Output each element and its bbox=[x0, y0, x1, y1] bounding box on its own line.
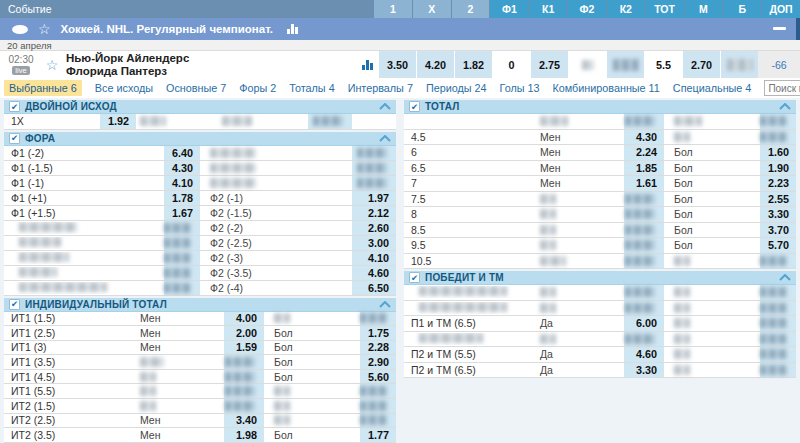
blurred-odds bbox=[624, 332, 664, 347]
odds-button[interactable]: 6.40 bbox=[164, 146, 200, 160]
col-header-2: 2 bbox=[452, 0, 490, 18]
odds-button[interactable]: 3.30 bbox=[760, 207, 796, 222]
odds-button[interactable]: 2.28 bbox=[360, 341, 396, 355]
outcome-name: Ф1 (+1.5) bbox=[4, 207, 164, 219]
odds-button[interactable]: 1.59 bbox=[224, 341, 264, 355]
team1-name: Нью-Йорк Айлендерс bbox=[66, 52, 362, 65]
odds-button[interactable]: 2.23 bbox=[760, 176, 796, 191]
tab-all-outcomes[interactable]: Все исходы bbox=[95, 82, 153, 94]
blurred-cell-k2 bbox=[607, 51, 644, 78]
market-row: 1X 1.92 bbox=[4, 114, 396, 130]
outcome-name: ИТ2 (1.5) bbox=[4, 400, 132, 412]
markets-area: ✔ ДВОЙНОЙ ИСХОД 1X 1.92 ✔ ФОРА Ф1 (-2) 6… bbox=[0, 98, 800, 443]
tab-goals[interactable]: Голы 13 bbox=[500, 82, 540, 94]
outcome-name: П2 и ТМ (6.5) bbox=[404, 364, 532, 376]
odds-button[interactable]: 4.30 bbox=[164, 161, 200, 175]
odds-button[interactable]: 1.75 bbox=[360, 326, 396, 340]
odds-button[interactable]: 3.00 bbox=[352, 236, 396, 250]
odds-button[interactable]: 5.60 bbox=[360, 370, 396, 384]
odds-button[interactable]: 1.97 bbox=[352, 191, 396, 205]
odds-button[interactable]: 1.92 bbox=[100, 114, 136, 129]
outcome-name: Ф1 (-1) bbox=[4, 177, 164, 189]
odds-button[interactable]: 6.00 bbox=[624, 316, 664, 331]
odds-button[interactable]: 2.60 bbox=[352, 221, 396, 235]
panel-checkbox[interactable]: ✔ bbox=[9, 101, 20, 112]
extra-markets-count[interactable]: -66 bbox=[758, 51, 800, 78]
odds-button[interactable]: 2.24 bbox=[624, 145, 664, 160]
outcome-name: Ф2 (-2) bbox=[200, 222, 352, 234]
blurred-odds bbox=[360, 414, 396, 428]
tab-main[interactable]: Основные 7 bbox=[166, 82, 226, 94]
tab-combined[interactable]: Комбинированные 11 bbox=[553, 82, 660, 94]
odds-button[interactable]: 2.12 bbox=[352, 206, 396, 220]
col-header-f1: Ф1 bbox=[490, 0, 528, 18]
match-row[interactable]: 02:30 live ☆ Нью-Йорк Айлендерс Флорида … bbox=[0, 51, 800, 78]
favorite-star-icon[interactable]: ☆ bbox=[38, 22, 51, 36]
panel-checkbox[interactable]: ✔ bbox=[9, 133, 20, 144]
odds-button[interactable]: 3.70 bbox=[760, 223, 796, 238]
side-label: Бол bbox=[664, 239, 760, 251]
panel-checkbox[interactable]: ✔ bbox=[409, 272, 420, 283]
odds-button[interactable]: 4.10 bbox=[352, 251, 396, 265]
odds-cell-2[interactable]: 1.82 bbox=[455, 51, 492, 78]
odds-button[interactable]: 4.30 bbox=[624, 130, 664, 145]
panel-header: ✔ ДВОЙНОЙ ИСХОД bbox=[4, 100, 396, 114]
collapse-chevron-icon[interactable] bbox=[379, 301, 391, 308]
odds-button[interactable]: 5.70 bbox=[760, 238, 796, 253]
favorite-star-icon[interactable]: ☆ bbox=[42, 57, 62, 73]
odds-button[interactable]: 1.90 bbox=[760, 161, 796, 176]
panel-title: ТОТАЛ bbox=[425, 101, 774, 112]
odds-button[interactable]: 1.85 bbox=[624, 161, 664, 176]
odds-button[interactable]: 4.00 bbox=[224, 312, 264, 326]
match-stats-icon[interactable] bbox=[362, 60, 373, 70]
event-column-label: Событие bbox=[0, 0, 374, 18]
odds-cell-k1[interactable]: 2.75 bbox=[531, 51, 568, 78]
odds-button[interactable]: 4.60 bbox=[352, 266, 396, 280]
odds-cell-1[interactable]: 3.50 bbox=[379, 51, 416, 78]
search-input[interactable] bbox=[765, 83, 800, 94]
collapse-chevron-icon[interactable] bbox=[779, 274, 791, 281]
blurred-cell bbox=[4, 252, 164, 264]
odds-button[interactable]: 3.40 bbox=[224, 414, 264, 428]
tab-totals[interactable]: Тоталы 4 bbox=[289, 82, 334, 94]
col-header-b: Б bbox=[723, 0, 761, 18]
market-row: ИТ1 (3) Мен 1.59 Бол 2.28 bbox=[4, 341, 396, 356]
team-names[interactable]: Нью-Йорк Айлендерс Флорида Пантерз bbox=[62, 51, 362, 78]
blurred-odds bbox=[164, 251, 200, 265]
tab-selected[interactable]: Выбранные 6 bbox=[4, 80, 82, 96]
tab-handicaps[interactable]: Форы 2 bbox=[239, 82, 276, 94]
odds-cell-x[interactable]: 4.20 bbox=[417, 51, 454, 78]
odds-button[interactable]: 1.98 bbox=[224, 428, 264, 442]
blurred-cell bbox=[4, 267, 164, 279]
market-row: ИТ2 (1.5) bbox=[4, 399, 396, 414]
odds-button[interactable]: 1.60 bbox=[760, 145, 796, 160]
odds-button[interactable]: 6.50 bbox=[352, 281, 396, 295]
odds-button[interactable]: 2.00 bbox=[224, 326, 264, 340]
odds-button[interactable]: 2.90 bbox=[360, 355, 396, 369]
blurred-odds bbox=[760, 316, 796, 331]
odds-button[interactable]: 4.60 bbox=[624, 347, 664, 362]
collapse-chevron-icon[interactable] bbox=[379, 135, 391, 142]
panel-checkbox[interactable]: ✔ bbox=[409, 101, 420, 112]
side-label: Бол bbox=[664, 162, 760, 174]
odds-button[interactable]: 1.61 bbox=[624, 176, 664, 191]
odds-button[interactable]: 2.55 bbox=[760, 192, 796, 207]
market-row: Ф1 (+1) 1.78 Ф2 (-1) 1.97 bbox=[4, 191, 396, 206]
panel-checkbox[interactable]: ✔ bbox=[9, 299, 20, 310]
odds-button[interactable]: 3.30 bbox=[624, 363, 664, 378]
odds-button[interactable]: 1.78 bbox=[164, 191, 200, 205]
collapse-chevron-icon[interactable] bbox=[379, 103, 391, 110]
blurred-odds bbox=[164, 281, 200, 295]
outcome-name: Ф2 (-1.5) bbox=[200, 207, 352, 219]
tab-periods[interactable]: Периоды 24 bbox=[426, 82, 487, 94]
odds-button[interactable]: 1.77 bbox=[360, 428, 396, 442]
tab-intervals[interactable]: Интервалы 7 bbox=[348, 82, 413, 94]
market-row bbox=[404, 285, 796, 301]
match-odds-cells: 3.50 4.20 1.82 0 2.75 5.5 2.70 bbox=[379, 51, 758, 78]
odds-cell-m[interactable]: 2.70 bbox=[683, 51, 720, 78]
collapse-chevron-icon[interactable] bbox=[779, 103, 791, 110]
tab-special[interactable]: Специальные 4 bbox=[673, 82, 752, 94]
odds-button[interactable]: 1.67 bbox=[164, 206, 200, 220]
odds-button[interactable]: 4.10 bbox=[164, 176, 200, 190]
collapse-league-icon[interactable] bbox=[773, 27, 786, 30]
